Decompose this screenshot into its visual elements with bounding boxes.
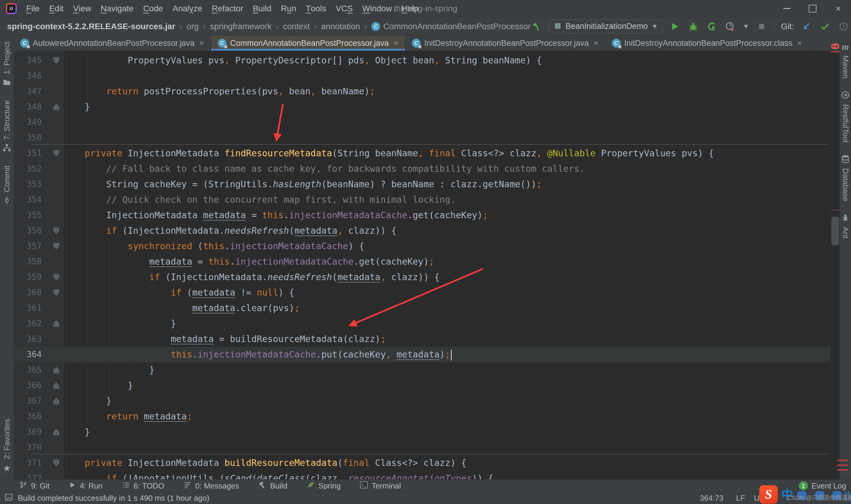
fold-gutter[interactable] <box>50 254 63 269</box>
close-icon[interactable]: × <box>594 38 598 48</box>
breadcrumb-item[interactable]: annotation <box>321 22 360 31</box>
fold-close-icon[interactable] <box>53 429 59 435</box>
fold-gutter[interactable] <box>50 362 63 378</box>
minimize-button[interactable] <box>774 0 800 17</box>
editor-tab[interactable]: CInitDestroyAnnotationBeanPostProcessor.… <box>605 36 809 51</box>
fold-gutter[interactable] <box>50 208 63 223</box>
maximize-button[interactable] <box>800 0 826 17</box>
fold-gutter[interactable] <box>50 53 63 68</box>
line-ending-indicator[interactable]: LF <box>736 492 745 504</box>
fold-gutter[interactable] <box>50 409 63 424</box>
fold-gutter[interactable] <box>50 161 63 177</box>
code-text[interactable]: return postProcessProperties(pvs, bean, … <box>63 84 831 99</box>
fold-gutter[interactable] <box>50 455 63 471</box>
code-text[interactable]: } <box>63 378 831 393</box>
tool-window-toggle-icon[interactable] <box>4 493 13 504</box>
code-text[interactable]: InjectionMetadata metadata = this.inject… <box>63 208 831 223</box>
profiler-icon[interactable] <box>724 20 736 33</box>
code-text[interactable]: metadata.clear(pvs); <box>63 300 831 316</box>
run-icon[interactable] <box>669 20 681 33</box>
code-text[interactable]: private InjectionMetadata findResourceMe… <box>63 146 831 161</box>
caret-position[interactable]: 364:73 <box>700 492 724 504</box>
breadcrumb-item[interactable]: context <box>283 22 310 31</box>
menu-item-build[interactable]: Build <box>248 0 276 17</box>
menu-item-vcs[interactable]: VCS <box>331 0 358 17</box>
breadcrumb-item[interactable]: CCommonAnnotationBeanPostProcessor <box>371 22 531 31</box>
menu-item-analyze[interactable]: Analyze <box>168 0 207 17</box>
fold-gutter[interactable] <box>50 84 63 99</box>
fold-gutter[interactable] <box>50 316 63 331</box>
code-text[interactable]: this.injectionMetadataCache.put(cacheKey… <box>63 347 831 362</box>
fold-gutter[interactable] <box>50 424 63 440</box>
fold-gutter[interactable] <box>50 114 63 130</box>
code-text[interactable]: synchronized (this.injectionMetadataCach… <box>63 238 831 254</box>
menu-item-file[interactable]: File <box>21 0 44 17</box>
code-text[interactable] <box>63 130 831 146</box>
code-text[interactable]: // Quick check on the concurrent map fir… <box>63 192 831 208</box>
code-text[interactable]: private InjectionMetadata buildResourceM… <box>63 455 831 471</box>
breadcrumb-item[interactable]: org <box>187 22 199 31</box>
code-text[interactable] <box>63 440 831 455</box>
toolwindow-button-0-messages[interactable]: 0: Messages <box>183 481 239 491</box>
fold-gutter[interactable] <box>50 347 63 362</box>
scrollbar-thumb[interactable] <box>831 217 839 245</box>
fold-open-icon[interactable] <box>53 243 59 250</box>
sidebar-item-maven[interactable]: mMaven <box>841 36 850 85</box>
back-arrow-icon[interactable] <box>531 20 543 33</box>
fold-gutter[interactable] <box>50 378 63 393</box>
fold-gutter[interactable] <box>50 99 63 114</box>
code-text[interactable]: return metadata; <box>63 409 831 424</box>
git-commit-icon[interactable] <box>819 20 831 33</box>
menu-item-run[interactable]: Run <box>276 0 301 17</box>
code-text[interactable] <box>63 68 831 84</box>
fold-gutter[interactable] <box>50 300 63 316</box>
sidebar-item-commit[interactable]: Commit <box>2 160 12 212</box>
fold-gutter[interactable] <box>50 223 63 238</box>
fold-close-icon[interactable] <box>53 398 59 404</box>
code-text[interactable]: if (metadata != null) { <box>63 285 831 300</box>
run-config-selector[interactable]: BeanInitializationDemo ▼ <box>549 20 662 33</box>
fold-gutter[interactable] <box>50 285 63 300</box>
debug-icon[interactable] <box>687 20 699 33</box>
code-text[interactable]: if (InjectionMetadata.needsRefresh(metad… <box>63 223 831 238</box>
fold-gutter[interactable] <box>50 331 63 347</box>
code-text[interactable]: String cacheKey = (StringUtils.hasLength… <box>63 177 831 192</box>
code-editor[interactable]: 345 PropertyValues pvs, PropertyDescript… <box>14 51 831 479</box>
fold-close-icon[interactable] <box>53 320 59 327</box>
fold-gutter[interactable] <box>50 440 63 455</box>
code-text[interactable]: // Fall back to class name as cache key,… <box>63 161 831 177</box>
fold-gutter[interactable] <box>50 393 63 409</box>
code-text[interactable]: } <box>63 424 831 440</box>
fold-open-icon[interactable] <box>53 460 59 466</box>
fold-close-icon[interactable] <box>53 367 59 373</box>
fold-close-icon[interactable] <box>53 104 59 110</box>
code-text[interactable]: } <box>63 316 831 331</box>
fold-gutter[interactable] <box>50 192 63 208</box>
menu-item-tools[interactable]: Tools <box>301 0 331 17</box>
profiler-chevron-icon[interactable]: ▼ <box>743 23 749 30</box>
toolwindow-button-build[interactable]: Build <box>258 481 287 491</box>
toolwindow-button-4-run[interactable]: 4: Run <box>69 481 103 491</box>
editor-tab[interactable]: CInitDestroyAnnotationBeanPostProcessor.… <box>405 36 605 51</box>
editor-tab[interactable]: CAutowiredAnnotationBeanPostProcessor.ja… <box>14 36 211 51</box>
fold-gutter[interactable] <box>50 130 63 146</box>
fold-gutter[interactable] <box>50 177 63 192</box>
fold-gutter[interactable] <box>50 269 63 285</box>
sidebar-item-1-project[interactable]: 1: Project <box>2 36 12 94</box>
fold-gutter[interactable] <box>50 68 63 84</box>
fold-open-icon[interactable] <box>53 150 59 157</box>
fold-open-icon[interactable] <box>53 228 59 234</box>
menu-item-navigate[interactable]: Navigate <box>96 0 139 17</box>
code-text[interactable]: if (!AnnotationUtils.isCandidateClass(cl… <box>63 471 831 479</box>
fold-gutter[interactable] <box>50 471 63 479</box>
git-update-icon[interactable] <box>801 20 813 33</box>
menu-item-view[interactable]: View <box>68 0 96 17</box>
toolwindow-button-spring[interactable]: Spring <box>306 481 341 491</box>
sidebar-item-database[interactable]: Database <box>841 148 850 207</box>
fold-open-icon[interactable] <box>53 274 59 281</box>
sidebar-item-restfultool[interactable]: RestfulTool <box>841 85 850 148</box>
code-text[interactable]: metadata = this.injectionMetadataCache.g… <box>63 254 831 269</box>
editor-tab[interactable]: CCommonAnnotationBeanPostProcessor.java× <box>211 36 405 51</box>
fold-close-icon[interactable] <box>53 382 59 389</box>
fold-gutter[interactable] <box>50 146 63 161</box>
